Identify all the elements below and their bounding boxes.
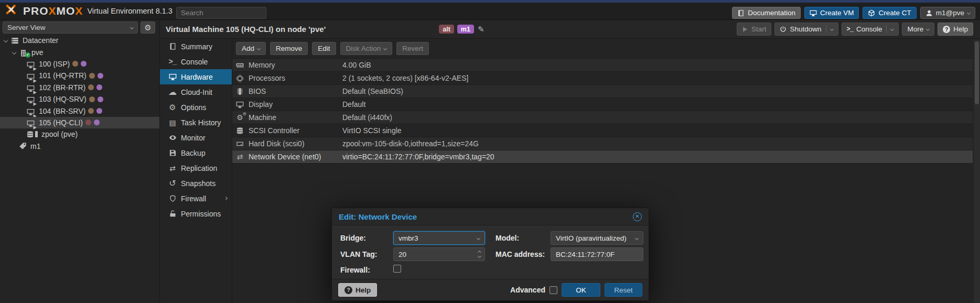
tree-item-vm-102[interactable]: 102 (BR-RTR) (0, 82, 159, 93)
model-combo[interactable]: VirtIO (paravirtualized) (551, 231, 643, 245)
start-button[interactable]: Start (737, 23, 772, 36)
table-row-processors[interactable]: Processors 2 (1 sockets, 2 cores) [x86-6… (232, 72, 973, 85)
disk-action-button[interactable]: Disk Action (340, 42, 393, 55)
row-label: SCSI Controller (249, 126, 299, 135)
firewall-checkbox[interactable] (393, 265, 401, 273)
chevron-down-icon[interactable] (830, 27, 833, 31)
more-button[interactable]: More (902, 23, 934, 36)
tree-item-vm-103[interactable]: 103 (HQ-SRV) (0, 93, 159, 105)
mac-address-label: MAC address: (496, 250, 545, 258)
tree-item-storage-zpool[interactable]: zpool (pve) (0, 128, 159, 140)
chevron-down-icon[interactable] (890, 27, 894, 31)
play-icon (742, 26, 748, 33)
add-button[interactable]: Add (236, 42, 266, 55)
reset-button[interactable]: Reset (605, 283, 642, 297)
tree-item-vm-105-selected[interactable]: 105 (HQ-CLI) (0, 117, 159, 128)
menu-item-snapshots[interactable]: ↺Snapshots (160, 176, 232, 191)
edit-tags-pencil-icon[interactable]: ✎ (478, 25, 484, 34)
menu-item-backup[interactable]: Backup (160, 145, 232, 160)
scrollbar-thumb[interactable] (975, 41, 979, 104)
tag-m1[interactable]: m1 (457, 25, 474, 34)
dialog-help-button[interactable]: ? Help (338, 283, 377, 297)
menu-item-summary[interactable]: Summary (160, 39, 232, 54)
mac-address-input[interactable]: BC:24:11:72:77:0F (551, 247, 643, 261)
tree-item-datacenter[interactable]: Datacenter (0, 35, 159, 46)
menu-item-task-history[interactable]: ▤Task History (160, 115, 232, 130)
expander-icon[interactable] (12, 50, 16, 54)
table-row-display[interactable]: Display Default (232, 98, 973, 111)
create-vm-button[interactable]: Create VM (804, 7, 859, 19)
expander-icon[interactable] (4, 38, 8, 42)
hardware-toolbar: Add Remove Edit Disk Action Revert (232, 39, 973, 59)
search-input[interactable] (176, 7, 266, 19)
advanced-checkbox[interactable] (550, 286, 557, 294)
documentation-button[interactable]: Documentation (732, 7, 801, 19)
menu-item-hardware[interactable]: Hardware (160, 69, 232, 84)
menu-item-cloud-init[interactable]: ☁Cloud-Init (160, 84, 232, 100)
table-row-hard-disk[interactable]: Hard Disk (scsi0) zpool:vm-105-disk-0,io… (232, 137, 973, 150)
chevron-down-icon (130, 26, 134, 29)
tag-alt[interactable]: alt (439, 25, 454, 34)
menu-item-options[interactable]: ⚙Options (160, 100, 232, 115)
menu-item-console[interactable]: >_Console (160, 54, 232, 69)
table-row-machine[interactable]: ⚙⚙ Machine Default (i440fx) (232, 111, 973, 124)
book-icon (169, 42, 177, 50)
cpu-icon (236, 74, 244, 82)
help-button[interactable]: ? Help (938, 23, 973, 36)
tree-item-pool-m1[interactable]: m1 (0, 140, 159, 152)
tree-item-vm-100[interactable]: 100 (ISP) (0, 58, 159, 70)
tag-dot (98, 96, 103, 102)
ok-button[interactable]: OK (562, 283, 600, 297)
spinner-down-icon[interactable] (478, 254, 481, 258)
row-label: Processors (249, 74, 285, 82)
tree-item-vm-101[interactable]: 101 (HQ-RTR) (0, 70, 159, 81)
table-row-network-device-selected[interactable]: ⇄ Network Device (net0) virtio=BC:24:11:… (232, 150, 973, 164)
menu-label: Replication (181, 164, 217, 172)
close-icon[interactable]: ✕ (633, 212, 642, 221)
dialog-header[interactable]: Edit: Network Device ✕ (332, 208, 649, 225)
tree-item-label: 103 (HQ-SRV) (39, 95, 87, 103)
settings-gear-button[interactable]: ⚙ (141, 21, 155, 34)
view-mode-select[interactable]: Server View (3, 21, 138, 34)
menu-item-firewall[interactable]: Firewall (160, 191, 232, 206)
tag-dot (81, 61, 87, 67)
chip-icon (236, 88, 244, 95)
environment-version: Virtual Environment 8.1.3 (87, 7, 173, 15)
gear-icon: ⚙ (144, 23, 151, 33)
table-row-scsi-controller[interactable]: SCSI Controller VirtIO SCSI single (232, 124, 973, 137)
reset-label: Reset (614, 286, 632, 294)
menu-item-replication[interactable]: ⇄Replication (160, 160, 232, 176)
cloud-icon: ☁ (168, 87, 177, 97)
ok-label: OK (576, 286, 586, 294)
vertical-scrollbar[interactable] (973, 40, 980, 303)
create-ct-button[interactable]: Create CT (863, 7, 916, 19)
vlan-tag-spinner[interactable]: 20 (393, 247, 485, 261)
edit-button[interactable]: Edit (312, 42, 336, 55)
tag-dot (72, 61, 78, 67)
tree-item-pve[interactable]: ✓ pve (0, 46, 159, 58)
question-icon: ? (943, 26, 950, 33)
row-value: VirtIO SCSI single (342, 126, 402, 135)
console-button[interactable]: >_ Console (842, 23, 899, 36)
menu-item-monitor[interactable]: Monitor (160, 130, 232, 145)
user-menu-button[interactable]: m1@pve (920, 7, 975, 19)
console-label: Console (856, 25, 882, 33)
bridge-label: Bridge: (340, 234, 366, 242)
revert-button[interactable]: Revert (396, 42, 429, 55)
chevron-down-icon[interactable] (477, 236, 480, 240)
remove-button[interactable]: Remove (270, 42, 308, 55)
menu-label: Permissions (181, 210, 221, 218)
table-row-memory[interactable]: Memory 4.00 GiB (232, 59, 973, 72)
chevron-down-icon[interactable] (635, 236, 639, 240)
tree-item-vm-104[interactable]: 104 (BR-SRV) (0, 105, 159, 116)
add-label: Add (242, 45, 254, 52)
table-row-bios[interactable]: BIOS Default (SeaBIOS) (232, 85, 973, 98)
tag-dot (89, 73, 95, 79)
menu-item-permissions[interactable]: Permissions (160, 206, 232, 221)
bridge-combo[interactable]: vmbr3 (393, 231, 485, 245)
disk-action-label: Disk Action (346, 45, 381, 52)
shutdown-button[interactable]: Shutdown (774, 23, 838, 36)
network-arrows-icon: ⇄ (235, 153, 244, 161)
terminal-icon: >_ (847, 26, 853, 33)
power-icon (780, 26, 787, 33)
